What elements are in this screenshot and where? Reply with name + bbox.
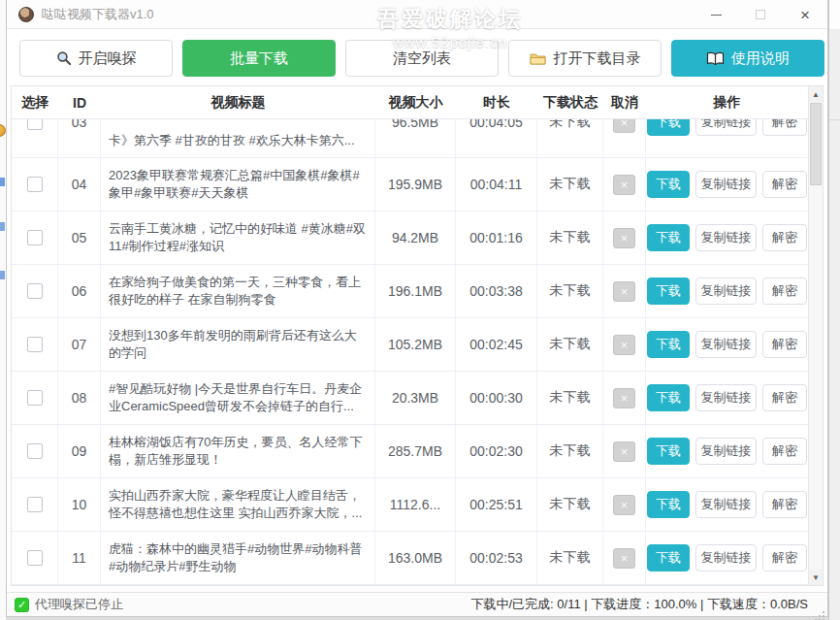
decrypt-button[interactable]: 解密 (762, 277, 807, 305)
header-status: 下载状态 (537, 86, 603, 118)
open-download-folder-button[interactable]: 打开下载目录 (508, 40, 662, 77)
download-button[interactable]: 下载 (647, 119, 690, 136)
help-button[interactable]: 使用说明 (671, 40, 824, 77)
copy-link-button[interactable]: 复制链接 (695, 384, 757, 411)
app-icon (18, 7, 34, 22)
book-icon (706, 51, 725, 66)
video-duration: 00:02:30 (456, 425, 537, 477)
table-row: 06 在家给狗子做美食的第一天，三种零食，看上很好吃的样子 在家自制狗零食 19… (12, 265, 808, 318)
download-status: 未下载 (537, 119, 603, 157)
resize-grip-icon[interactable] (823, 611, 824, 613)
download-button[interactable]: 下载 (647, 438, 690, 465)
decrypt-button[interactable]: 解密 (762, 224, 807, 251)
video-duration: 00:02:45 (456, 318, 537, 371)
copy-link-button[interactable]: 复制链接 (695, 544, 757, 571)
download-status: 未下载 (537, 478, 603, 531)
video-duration: 00:04:05 (456, 119, 537, 157)
row-checkbox[interactable] (27, 443, 43, 459)
download-button[interactable]: 下载 (647, 171, 690, 198)
row-checkbox[interactable] (27, 497, 43, 512)
row-checkbox[interactable] (27, 230, 43, 245)
download-button[interactable]: 下载 (647, 224, 690, 251)
cancel-icon: × (621, 119, 629, 129)
maximize-button[interactable] (738, 0, 783, 29)
batch-download-button[interactable]: 批量下载 (182, 40, 336, 77)
scrollbar-thumb[interactable] (810, 103, 822, 185)
row-checkbox[interactable] (27, 390, 43, 406)
scroll-down-button[interactable]: ▼ (809, 570, 823, 585)
download-stats: 下载中/已完成: 0/11 | 下载进度：100.0% | 下载速度：0.0B/… (471, 596, 809, 613)
table-row: 07 没想到130多年前发明的雨刷背后还有这么大的学问 105.2MB 00:0… (12, 318, 808, 372)
decrypt-button[interactable]: 解密 (762, 384, 807, 411)
row-checkbox[interactable] (27, 550, 43, 566)
minimize-button[interactable] (694, 0, 738, 29)
table-header: 选择 ID 视频标题 视频大小 时长 下载状态 取消 操作 (12, 86, 808, 119)
header-id: ID (58, 86, 101, 118)
row-checkbox[interactable] (27, 177, 43, 192)
start-sniff-button[interactable]: 开启嗅探 (19, 40, 173, 77)
scroll-up-button[interactable]: ▲ (809, 86, 823, 102)
table-row: 11 虎猫：森林中的幽灵猎手#动物世界#动物科普#动物纪录片#野生动物 163.… (12, 532, 808, 585)
clear-list-label: 清空列表 (393, 49, 451, 68)
close-icon: × (800, 7, 810, 23)
video-table: 选择 ID 视频标题 视频大小 时长 下载状态 取消 操作 03 卡》第六季 #… (11, 85, 824, 586)
copy-link-button[interactable]: 复制链接 (695, 491, 757, 518)
decrypt-button[interactable]: 解密 (762, 438, 807, 465)
video-id: 11 (58, 532, 101, 584)
maximize-icon (756, 10, 765, 19)
download-button[interactable]: 下载 (647, 491, 690, 518)
cancel-button[interactable]: × (613, 228, 635, 248)
download-status: 未下载 (537, 532, 603, 584)
download-button[interactable]: 下载 (647, 331, 690, 358)
copy-link-button[interactable]: 复制链接 (695, 171, 757, 198)
download-status: 未下载 (537, 265, 603, 317)
toolbar: 开启嗅探 批量下载 清空列表 打开下载目录 使用说明 (19, 40, 824, 77)
cancel-button[interactable]: × (613, 441, 635, 462)
decrypt-button[interactable]: 解密 (762, 544, 807, 571)
close-button[interactable]: × (783, 0, 827, 29)
download-button[interactable]: 下载 (647, 384, 690, 411)
copy-link-button[interactable]: 复制链接 (695, 277, 757, 305)
table-row: 10 实拍山西乔家大院，豪华程度让人瞠目结舌，怪不得慈禧也想住这里 实拍山西乔家… (12, 478, 808, 532)
video-duration: 00:02:53 (456, 532, 537, 584)
header-cancel: 取消 (603, 86, 646, 118)
arrow-down-icon: ▼ (812, 573, 820, 582)
proxy-status-label: 代理嗅探已停止 (35, 596, 123, 613)
video-size: 20.3MB (375, 372, 456, 424)
cancel-button[interactable]: × (613, 281, 635, 302)
vertical-scrollbar[interactable]: ▲ ▼ (808, 86, 823, 585)
cancel-button[interactable]: × (613, 548, 635, 569)
cancel-button[interactable]: × (613, 119, 635, 133)
proxy-status-checkbox[interactable]: ✓ (15, 598, 29, 612)
video-size: 285.7MB (375, 425, 456, 477)
copy-link-button[interactable]: 复制链接 (695, 331, 757, 358)
download-button[interactable]: 下载 (647, 544, 690, 571)
cancel-icon: × (621, 179, 629, 191)
copy-link-button[interactable]: 复制链接 (695, 224, 757, 251)
decrypt-button[interactable]: 解密 (762, 171, 807, 198)
decrypt-button[interactable]: 解密 (762, 331, 807, 358)
cancel-button[interactable]: × (613, 335, 635, 355)
cancel-icon: × (621, 552, 629, 565)
header-duration: 时长 (456, 86, 537, 118)
decrypt-button[interactable]: 解密 (762, 491, 807, 518)
decrypt-button[interactable]: 解密 (762, 119, 807, 136)
video-title: 在家给狗子做美食的第一天，三种零食，看上很好吃的样子 在家自制狗零食 (109, 274, 367, 309)
copy-link-button[interactable]: 复制链接 (695, 119, 757, 136)
row-checkbox[interactable] (27, 119, 43, 130)
row-checkbox[interactable] (27, 283, 43, 299)
cancel-button[interactable]: × (613, 175, 635, 195)
video-title: 桂林榕湖饭店有70年历史，要员、名人经常下榻，新店雏形显现！ (109, 434, 367, 469)
clear-list-button[interactable]: 清空列表 (345, 40, 499, 77)
copy-link-button[interactable]: 复制链接 (695, 438, 757, 465)
cancel-button[interactable]: × (613, 495, 635, 515)
video-title: #智见酷玩好物 |今天是世界自行车日。丹麦企业CeramicSpeed曾研发不会… (109, 380, 367, 415)
download-button[interactable]: 下载 (647, 277, 690, 305)
video-duration: 00:25:51 (456, 478, 537, 531)
video-duration: 00:01:16 (456, 212, 537, 264)
video-size: 105.2MB (375, 318, 456, 371)
cancel-button[interactable]: × (613, 388, 635, 408)
cancel-icon: × (621, 339, 629, 351)
video-duration: 00:03:38 (456, 265, 537, 317)
row-checkbox[interactable] (27, 337, 43, 352)
